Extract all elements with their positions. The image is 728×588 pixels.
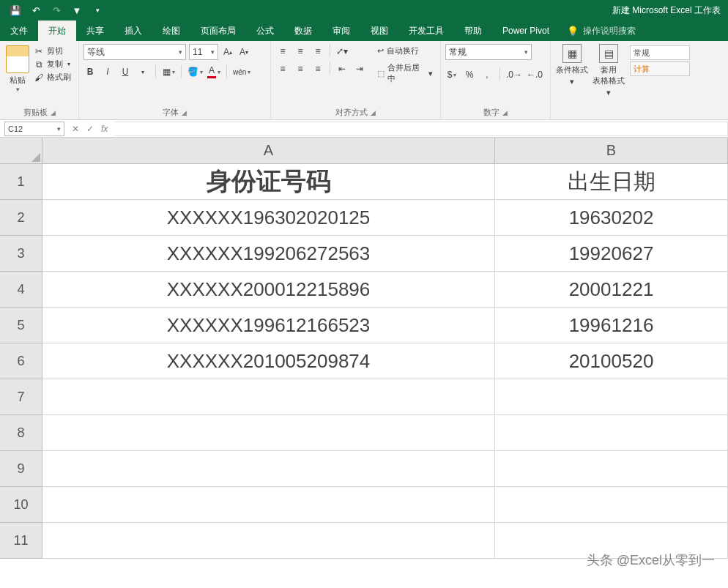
tab-home[interactable]: 开始 bbox=[38, 21, 76, 41]
align-right-button[interactable]: ≡ bbox=[311, 62, 325, 76]
cell[interactable] bbox=[42, 451, 495, 487]
accounting-format-button[interactable]: $▾ bbox=[445, 67, 458, 82]
cell[interactable]: 20100520 bbox=[495, 343, 728, 379]
row-header[interactable]: 6 bbox=[0, 343, 42, 379]
align-center-button[interactable]: ≡ bbox=[293, 62, 308, 76]
font-size-combo[interactable]: 11▾ bbox=[189, 44, 218, 60]
fill-color-button[interactable]: 🪣▾ bbox=[187, 64, 203, 79]
enter-icon[interactable]: ✓ bbox=[86, 124, 94, 134]
row-header[interactable]: 11 bbox=[0, 523, 42, 559]
row-header[interactable]: 5 bbox=[0, 308, 42, 343]
cell[interactable]: XXXXXX201005209874 bbox=[42, 343, 495, 379]
font-name-combo[interactable]: 等线▾ bbox=[83, 44, 186, 60]
cancel-icon[interactable]: ✕ bbox=[72, 124, 79, 134]
cell[interactable] bbox=[495, 379, 728, 415]
cell[interactable]: XXXXXX196302020125 bbox=[42, 200, 495, 236]
comma-style-button[interactable]: , bbox=[480, 67, 494, 82]
name-box[interactable]: C12▾ bbox=[4, 122, 64, 136]
cut-button[interactable]: ✂剪切 bbox=[34, 45, 71, 56]
cell-styles-gallery[interactable]: 常规 计算 bbox=[628, 44, 691, 78]
phonetic-button[interactable]: wén▾ bbox=[233, 64, 250, 79]
fx-icon[interactable]: fx bbox=[101, 124, 108, 134]
tab-layout[interactable]: 页面布局 bbox=[190, 21, 246, 41]
cell[interactable]: XXXXXX200012215896 bbox=[42, 272, 495, 308]
tab-draw[interactable]: 绘图 bbox=[152, 21, 190, 41]
tab-powerpivot[interactable]: Power Pivot bbox=[492, 21, 560, 41]
underline-button[interactable]: U bbox=[119, 64, 132, 79]
tab-data[interactable]: 数据 bbox=[284, 21, 322, 41]
percent-button[interactable]: % bbox=[463, 67, 476, 82]
row-header[interactable]: 2 bbox=[0, 200, 42, 236]
cell[interactable] bbox=[42, 379, 495, 415]
cell[interactable]: 身份证号码 bbox=[42, 164, 495, 200]
tab-review[interactable]: 审阅 bbox=[322, 21, 360, 41]
increase-decimal-button[interactable]: .0→ bbox=[506, 67, 522, 82]
row-header[interactable]: 7 bbox=[0, 379, 42, 415]
redo-icon[interactable]: ↷ bbox=[51, 5, 62, 15]
format-as-table-button[interactable]: ▤ 套用 表格格式▾ bbox=[592, 44, 625, 97]
merge-center-button[interactable]: ⬚合并后居中▾ bbox=[374, 61, 436, 86]
cell[interactable] bbox=[495, 451, 728, 487]
bold-button[interactable]: B bbox=[83, 64, 97, 79]
style-calc[interactable]: 计算 bbox=[630, 62, 690, 76]
align-left-button[interactable]: ≡ bbox=[275, 62, 290, 76]
cell[interactable] bbox=[495, 487, 728, 523]
row-header[interactable]: 4 bbox=[0, 272, 42, 308]
orientation-button[interactable]: ⤢▾ bbox=[335, 44, 349, 59]
tab-share[interactable]: 共享 bbox=[76, 21, 114, 41]
grow-font-button[interactable]: A▴ bbox=[221, 45, 234, 59]
borders-button[interactable]: ▦▾ bbox=[162, 64, 175, 79]
tab-view[interactable]: 视图 bbox=[360, 21, 398, 41]
row-header[interactable]: 10 bbox=[0, 487, 42, 523]
wrap-text-button[interactable]: ↩自动换行 bbox=[374, 44, 436, 58]
qat-more-icon[interactable]: ▾ bbox=[92, 5, 103, 15]
format-painter-button[interactable]: 🖌格式刷 bbox=[34, 72, 71, 83]
filter-icon[interactable]: ▼ bbox=[72, 5, 82, 15]
align-middle-button[interactable]: ≡ bbox=[293, 44, 308, 59]
tab-insert[interactable]: 插入 bbox=[114, 21, 152, 41]
cell[interactable] bbox=[42, 487, 495, 523]
paste-button[interactable]: 粘贴 ▾ bbox=[4, 44, 31, 93]
row-header[interactable]: 1 bbox=[0, 164, 42, 200]
number-format-combo[interactable]: 常规▾ bbox=[445, 44, 532, 60]
tab-formulas[interactable]: 公式 bbox=[246, 21, 284, 41]
align-top-button[interactable]: ≡ bbox=[275, 44, 290, 59]
conditional-formatting-button[interactable]: ▦ 条件格式▾ bbox=[555, 44, 589, 86]
cell[interactable] bbox=[495, 415, 728, 451]
formula-input[interactable] bbox=[115, 122, 728, 136]
indent-increase-button[interactable]: ⇥ bbox=[352, 62, 367, 76]
row-header[interactable]: 9 bbox=[0, 451, 42, 487]
shrink-font-button[interactable]: A▾ bbox=[237, 45, 250, 59]
worksheet[interactable]: AB1身份证号码出生日期2XXXXXX196302020125196302023… bbox=[0, 138, 728, 588]
copy-button[interactable]: ⧉复制▾ bbox=[34, 59, 71, 70]
row-header[interactable]: 3 bbox=[0, 236, 42, 272]
cell[interactable]: XXXXXX199206272563 bbox=[42, 236, 495, 272]
cell[interactable]: 20001221 bbox=[495, 272, 728, 308]
cell[interactable]: 出生日期 bbox=[495, 164, 728, 200]
tell-me[interactable]: 💡 操作说明搜索 bbox=[567, 25, 636, 37]
dialog-launcher-icon[interactable]: ◢ bbox=[502, 109, 508, 116]
indent-decrease-button[interactable]: ⇤ bbox=[335, 62, 349, 76]
align-bottom-button[interactable]: ≡ bbox=[311, 44, 325, 59]
cell[interactable]: XXXXXX199612166523 bbox=[42, 308, 495, 343]
cell[interactable] bbox=[42, 523, 495, 559]
dialog-launcher-icon[interactable]: ◢ bbox=[371, 109, 376, 116]
select-all-corner[interactable] bbox=[0, 138, 42, 164]
decrease-decimal-button[interactable]: ←.0 bbox=[527, 67, 543, 82]
font-color-button[interactable]: A▾ bbox=[207, 64, 220, 79]
row-header[interactable]: 8 bbox=[0, 415, 42, 451]
cell[interactable]: 19961216 bbox=[495, 308, 728, 343]
tab-file[interactable]: 文件 bbox=[0, 21, 38, 41]
tab-developer[interactable]: 开发工具 bbox=[398, 21, 454, 41]
italic-button[interactable]: I bbox=[101, 64, 114, 79]
style-normal[interactable]: 常规 bbox=[630, 45, 690, 60]
undo-icon[interactable]: ↶ bbox=[31, 5, 41, 15]
cell[interactable]: 19920627 bbox=[495, 236, 728, 272]
save-icon[interactable]: 💾 bbox=[10, 5, 21, 15]
column-header-A[interactable]: A bbox=[42, 138, 495, 164]
dialog-launcher-icon[interactable]: ◢ bbox=[51, 109, 56, 116]
cell[interactable]: 19630202 bbox=[495, 200, 728, 236]
dialog-launcher-icon[interactable]: ◢ bbox=[182, 109, 187, 116]
column-header-B[interactable]: B bbox=[495, 138, 728, 164]
tab-help[interactable]: 帮助 bbox=[454, 21, 492, 41]
